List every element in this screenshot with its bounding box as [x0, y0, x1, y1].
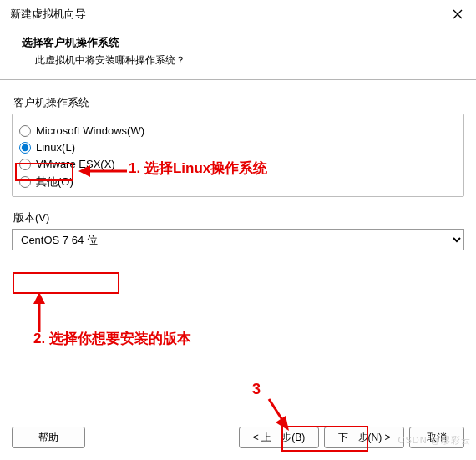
- titlebar: 新建虚拟机向导: [0, 0, 476, 27]
- os-option-esx[interactable]: VMware ESX(X): [19, 157, 457, 171]
- radio-label: Linux(L): [36, 141, 75, 154]
- annotation-box-version: [13, 272, 119, 294]
- page-title: 选择客户机操作系统: [22, 35, 454, 50]
- cancel-button[interactable]: 取消: [409, 427, 464, 448]
- annotation-arrow-2: [27, 292, 52, 334]
- version-select[interactable]: CentOS 7 64 位: [12, 229, 464, 250]
- window-title: 新建虚拟机向导: [10, 7, 86, 22]
- content-area: 客户机操作系统 Microsoft Windows(W) Linux(L) VM…: [0, 80, 476, 250]
- wizard-header: 选择客户机操作系统 此虚拟机中将安装哪种操作系统？: [0, 27, 476, 80]
- os-option-linux[interactable]: Linux(L): [19, 140, 457, 154]
- version-group: 版本(V) CentOS 7 64 位: [12, 210, 464, 250]
- annotation-text-3: 3: [252, 381, 261, 398]
- next-button[interactable]: 下一步(N) >: [324, 427, 404, 448]
- version-select-wrap: CentOS 7 64 位: [12, 229, 464, 250]
- version-label: 版本(V): [12, 210, 464, 225]
- help-button[interactable]: 帮助: [12, 427, 85, 448]
- radio-label: 其他(O): [36, 174, 73, 190]
- annotation-text-2: 2. 选择你想要安装的版本: [33, 329, 191, 348]
- back-button[interactable]: < 上一步(B): [239, 427, 319, 448]
- radio-label: Microsoft Windows(W): [36, 124, 144, 137]
- svg-marker-3: [33, 292, 45, 304]
- radio-other[interactable]: [19, 176, 31, 188]
- os-group-box: Microsoft Windows(W) Linux(L) VMware ESX…: [12, 114, 464, 197]
- os-option-other[interactable]: 其他(O): [19, 174, 457, 190]
- radio-esx[interactable]: [19, 159, 31, 170]
- button-bar: 帮助 < 上一步(B) 下一步(N) > 取消: [0, 418, 476, 460]
- page-subtitle: 此虚拟机中将安装哪种操作系统？: [22, 53, 454, 68]
- radio-linux[interactable]: [19, 142, 31, 154]
- os-group-label: 客户机操作系统: [12, 95, 464, 110]
- radio-label: VMware ESX(X): [36, 158, 115, 170]
- close-icon[interactable]: [449, 6, 466, 23]
- os-option-windows[interactable]: Microsoft Windows(W): [19, 124, 457, 138]
- radio-windows[interactable]: [19, 125, 31, 137]
